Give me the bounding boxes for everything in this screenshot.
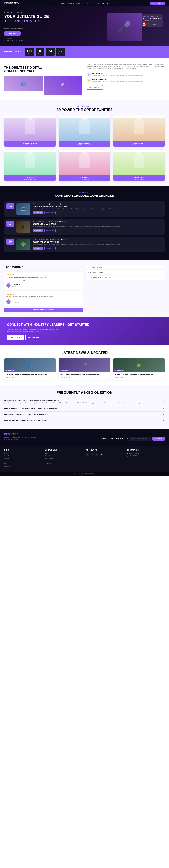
about-images: 👥 🎯 xyxy=(4,75,82,95)
schedule-item-0: TICKET $25 💻 📍 Stone Hotel Floor - Dell … xyxy=(4,201,165,217)
nav-panel[interactable]: PANEL xyxy=(88,2,93,4)
nav-cta-button[interactable]: GET STARTED xyxy=(150,2,165,5)
footer-main: MENU Home About Us Schedule Panels News … xyxy=(0,445,169,471)
speaker-card-0: MELISSA BROWN Lead Strategist, Innovate xyxy=(4,115,56,147)
countdown-days: 141 Days xyxy=(25,48,34,56)
cta-primary-button[interactable]: GET STARTED xyxy=(7,335,24,340)
news-card-2[interactable]: CONFERENCE 🌟 EMBARK ON HEROIC JOURNEYS I… xyxy=(113,358,165,380)
footer-menu-home[interactable]: Home xyxy=(4,453,42,455)
faq-item-3[interactable]: HOW CAN I MAXIMIZE MY NETWORKING AT AN E… xyxy=(4,418,165,424)
nav-blog[interactable]: BLOG xyxy=(95,2,99,4)
about-left: ABOUT EVENT THE GREATEST DIGITAL CONFERE… xyxy=(4,63,82,95)
speaker-image-4 xyxy=(59,152,110,175)
newsletter: SUBSCRIBE OUR NEWSLETTER SUBSCRIBE xyxy=(101,437,165,441)
schedule-title: KONFERO SCHEDULE CONFERENCES xyxy=(4,194,165,198)
footer-menu-schedule[interactable]: Schedule xyxy=(4,458,42,460)
footer-bottom: © 2024 Konfero. All Rights Reserved. xyxy=(0,471,169,475)
avatar-0 xyxy=(6,283,10,287)
nav-logo: K KONFERO xyxy=(4,2,19,5)
newsletter-input[interactable] xyxy=(129,437,151,441)
about-image-1: 👥 xyxy=(4,75,43,91)
newsletter-subscribe-button[interactable]: SUBSCRIBE xyxy=(153,437,165,440)
nav-schedule[interactable]: SCHEDULE xyxy=(76,2,85,4)
news-image-0: CONFERENCE 👥 xyxy=(4,358,56,372)
stars-0: ★★★★★ xyxy=(6,274,80,276)
view-more-testimonials-button[interactable]: VIEW MORE TESTIMONIALS xyxy=(4,308,83,312)
footer-useful-terms[interactable]: Terms of Service xyxy=(45,458,83,460)
cta-buttons: GET STARTED LEARN MORE xyxy=(7,335,162,340)
speaker-info-0: MELISSA BROWN Lead Strategist, Innovate xyxy=(4,141,56,147)
schedule-meta-2: 📍 Bellagio Hotel Floor - Bell 📅 Dec 22, … xyxy=(33,239,163,240)
footer-useful-contact[interactable]: Contact Us xyxy=(45,463,83,465)
read-more-button-2[interactable]: READ MORE xyxy=(44,247,56,250)
feature-speakers: ⭐ GREAT SPEAKERS Nullam quis ante. Etiam… xyxy=(87,79,165,83)
hero-title: YOUR ULTIMATE GUIDE TO CONFERENCES xyxy=(4,14,84,24)
faq-question-3: HOW CAN I MAXIMIZE MY NETWORKING AT AN E… xyxy=(4,420,47,422)
networking-icon: 🔗 xyxy=(87,72,91,76)
footer-menu-about[interactable]: About Us xyxy=(4,455,42,457)
testimonial-author-0: DANETTE Y. Engineering xyxy=(6,283,80,287)
faq-title: FREQUENTLY ASKED QUESTION xyxy=(4,391,165,395)
nav-home[interactable]: HOME xyxy=(61,2,66,4)
footer-menu-news[interactable]: News xyxy=(4,463,42,465)
countdown-label: OUR EVENT START IN xyxy=(4,51,21,53)
news-card-0[interactable]: CONFERENCE 👥 YOUR HEROIC HUB FOR CONFERE… xyxy=(4,358,56,380)
footer-menu-column: MENU Home About Us Schedule Panels News … xyxy=(4,449,42,468)
buy-ticket-button-2[interactable]: BUY TICKET xyxy=(33,247,43,250)
schedule-content-0: 📍 Stone Hotel Floor - Dell 📅 Sep 27, 202… xyxy=(33,204,163,214)
news-title: LATEST NEWS & UPDATED xyxy=(4,351,165,355)
nav-more[interactable]: MORE ▾ xyxy=(102,2,108,4)
buy-ticket-button-0[interactable]: BUY TICKET xyxy=(33,211,43,214)
faq-chevron-2: ▼ xyxy=(163,413,165,416)
faq-item-0[interactable]: WHAT IS THE PURPOSE OF ATTENDING EVENTS … xyxy=(4,398,165,405)
news-content-1: EMPOWERING HEROES TO MASTER THE CONFEREN… xyxy=(59,372,110,380)
footer-menu-contact[interactable]: Contact Us xyxy=(4,465,42,467)
faq-question-2: WHAT SHOULD I BRING TO A CONFERENCE OR E… xyxy=(4,414,47,415)
countdown-seconds: 39 Seconds xyxy=(56,48,65,56)
footer-menu-panels[interactable]: Panels xyxy=(4,460,42,462)
cta-banner-section: CONNECT WITH INDUSTRY LEADERS - GET STAR… xyxy=(0,317,169,345)
nav-about[interactable]: ABOUT xyxy=(68,2,74,4)
footer-useful-home[interactable]: Home xyxy=(45,453,83,455)
footer-copyright: © 2024 Konfero. All Rights Reserved. xyxy=(74,473,95,474)
ticket-0: TICKET $25 xyxy=(6,204,14,209)
speaker-info-2: LISA TAYLOR Data Scientist, Analytics xyxy=(113,141,165,147)
footer-useful-faq[interactable]: FAQ xyxy=(45,460,83,462)
schedule-buttons-0: BUY TICKET READ MORE xyxy=(33,211,163,214)
footer-description: Events and Conferences are held to build… xyxy=(4,437,39,440)
faq-question-0: WHAT IS THE PURPOSE OF ATTENDING EVENTS … xyxy=(4,400,142,404)
avatar-1 xyxy=(6,300,10,304)
speaker-card-2: LISA TAYLOR Data Scientist, Analytics xyxy=(113,115,165,147)
ticket-2: TICKET $35 xyxy=(6,239,14,245)
buy-ticket-button-1[interactable]: BUY TICKET xyxy=(33,229,43,232)
facebook-icon[interactable]: f xyxy=(86,453,90,456)
hero-cta-button[interactable]: LEARN MORE xyxy=(4,31,21,36)
about-learn-more-button[interactable]: LEARN MORE xyxy=(87,85,103,90)
read-more-button-0[interactable]: READ MORE xyxy=(44,211,56,214)
schedule-meta-0: 📍 Stone Hotel Floor - Dell 📅 Sep 27, 202… xyxy=(33,204,163,205)
youtube-icon[interactable]: ▶ xyxy=(100,453,103,456)
news-badge-1: CONFERENCE xyxy=(60,370,69,371)
hero-main-image: 🎤 xyxy=(107,13,142,41)
test-feature-2: 24/7 ANY WORLD CLASS SUPPORT xyxy=(86,276,165,280)
cta-secondary-button[interactable]: LEARN MORE xyxy=(25,335,42,340)
linkedin-icon[interactable]: in xyxy=(95,453,99,456)
about-tag: ABOUT EVENT xyxy=(4,63,82,65)
read-more-button-1[interactable]: READ MORE xyxy=(44,229,56,232)
faq-item-2[interactable]: WHAT SHOULD I BRING TO A CONFERENCE OR E… xyxy=(4,412,165,418)
networking-content: NETWORKING Nullam quis ante. Etiam sit a… xyxy=(92,72,144,76)
twitter-icon[interactable]: t xyxy=(91,453,94,456)
speaker-image-1 xyxy=(59,118,110,141)
footer-useful-privacy[interactable]: Privacy Policy xyxy=(45,455,83,457)
news-card-1[interactable]: CONFERENCE 🎤 EMPOWERING HEROES TO MASTER… xyxy=(59,358,110,380)
cta-title: CONNECT WITH INDUSTRY LEADERS - GET STAR… xyxy=(7,323,162,327)
schedule-buttons-1: BUY TICKET READ MORE xyxy=(33,229,163,232)
faq-item-1[interactable]: HOW DO I FIND RELEVANT EVENTS AND CONFER… xyxy=(4,405,165,412)
testimonial-text-1: KONFERO HELPED ME DISCOVER A NEW MEETUP … xyxy=(6,296,80,298)
footer-email: 📧 hello@konfero.com xyxy=(127,453,165,455)
testimonial-card-0: ★★★★★ "ATTENDED A CONFERENCE RECOMMENDED… xyxy=(4,272,83,290)
speaker-info-5: DAVID DIGOS Executive Speaker xyxy=(113,175,165,181)
about-features: 🔗 NETWORKING Nullam quis ante. Etiam sit… xyxy=(87,72,165,83)
testimonial-card-1: ★★★★★ KONFERO HELPED ME DISCOVER A NEW M… xyxy=(4,291,83,306)
hero-event-card: UPCOMING EVENT 2024 DIGITAL TECHNOLOGY 📍… xyxy=(142,14,163,27)
